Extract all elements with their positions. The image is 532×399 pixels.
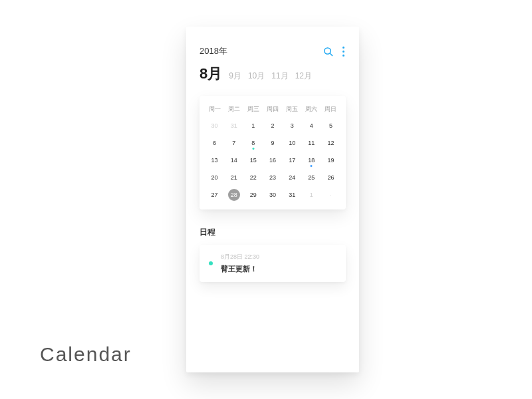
month-tab-current[interactable]: 8月 (200, 64, 222, 84)
calendar-card: 周一周二周三周四周五周六周日 3031123456789101112131415… (200, 96, 346, 209)
phone-frame: 2018年 8月 9月 10月 11月 12月 周一周二周三周四周五周六周日 3… (186, 27, 359, 372)
day-cell[interactable]: 17 (283, 154, 302, 167)
day-grid: 3031123456789101112131415161718192021222… (205, 119, 340, 201)
weekday-label: 周五 (283, 105, 302, 119)
day-cell[interactable]: 30 (263, 188, 282, 201)
day-cell[interactable]: 11 (302, 136, 321, 150)
weekday-label: 周三 (243, 105, 263, 119)
more-icon[interactable] (341, 47, 346, 57)
month-tab[interactable]: 11月 (271, 70, 288, 82)
event-title: 臂王更新！ (221, 264, 259, 274)
day-cell[interactable]: 7 (224, 136, 243, 150)
weekday-row: 周一周二周三周四周五周六周日 (205, 105, 340, 119)
day-cell[interactable]: 1 (302, 188, 321, 201)
weekday-label: 周一 (205, 105, 224, 119)
weekday-label: 周四 (263, 105, 282, 119)
day-cell[interactable]: 21 (224, 171, 243, 184)
day-cell[interactable]: 29 (243, 188, 263, 201)
weekday-label: 周日 (321, 105, 340, 119)
event-dot-icon (209, 261, 213, 265)
svg-point-0 (325, 47, 331, 53)
day-cell[interactable]: 12 (321, 136, 340, 150)
day-cell[interactable]: 26 (321, 171, 340, 184)
day-cell[interactable]: 13 (205, 154, 224, 167)
month-tab[interactable]: 9月 (229, 70, 241, 82)
event-body: 8月28日 22:30 臂王更新！ (221, 253, 259, 274)
header: 2018年 (200, 45, 346, 57)
day-cell[interactable]: 6 (205, 136, 224, 150)
event-meta: 8月28日 22:30 (221, 253, 259, 261)
search-icon[interactable] (323, 47, 333, 57)
day-cell[interactable]: 3 (283, 119, 302, 132)
weekday-label: 周六 (302, 105, 321, 119)
header-actions (323, 47, 346, 57)
day-cell[interactable]: 23 (263, 171, 282, 184)
day-cell[interactable]: 4 (302, 119, 321, 132)
day-cell[interactable]: 8 (243, 136, 263, 150)
day-cell[interactable]: 18 (302, 154, 321, 167)
day-cell[interactable]: 24 (283, 171, 302, 184)
day-cell[interactable]: · (321, 188, 340, 201)
day-cell[interactable]: 2 (263, 119, 282, 132)
day-cell[interactable]: 1 (243, 119, 263, 132)
event-card[interactable]: 8月28日 22:30 臂王更新！ (200, 245, 346, 282)
year-label: 2018年 (200, 45, 227, 57)
month-tabs: 8月 9月 10月 11月 12月 (200, 64, 346, 84)
month-tab[interactable]: 12月 (295, 70, 312, 82)
day-cell[interactable]: 20 (205, 171, 224, 184)
day-cell[interactable]: 9 (263, 136, 282, 150)
day-cell[interactable]: 28 (224, 188, 243, 201)
day-cell[interactable]: 15 (243, 154, 263, 167)
day-cell[interactable]: 5 (321, 119, 340, 132)
day-cell[interactable]: 14 (224, 154, 243, 167)
day-cell[interactable]: 16 (263, 154, 282, 167)
day-cell[interactable]: 10 (283, 136, 302, 150)
day-cell[interactable]: 31 (224, 119, 243, 132)
day-cell[interactable]: 31 (283, 188, 302, 201)
day-cell[interactable]: 27 (205, 188, 224, 201)
svg-line-1 (330, 53, 332, 56)
month-tab[interactable]: 10月 (248, 70, 265, 82)
weekday-label: 周二 (224, 105, 243, 119)
brand-wordmark: Calendar (40, 343, 132, 366)
day-cell[interactable]: 22 (243, 171, 263, 184)
schedule-heading: 日程 (200, 227, 346, 238)
day-cell[interactable]: 19 (321, 154, 340, 167)
day-cell[interactable]: 30 (205, 119, 224, 132)
day-cell[interactable]: 25 (302, 171, 321, 184)
